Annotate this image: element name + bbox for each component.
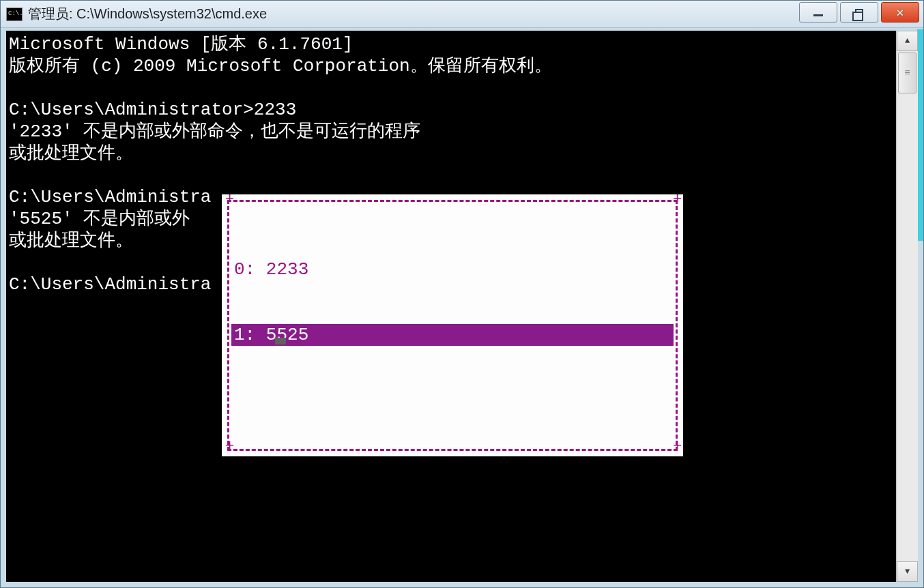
term-line: C:\Users\Administra	[9, 187, 211, 207]
right-edge-accent	[917, 29, 923, 241]
cmd-icon: C:\.	[6, 8, 23, 21]
term-line: 版权所有 (c) 2009 Microsoft Corporation。保留所有…	[9, 56, 552, 76]
scroll-up-button[interactable]: ▲	[897, 31, 918, 51]
corner-icon: +	[225, 196, 232, 203]
client-area: Microsoft Windows [版本 6.1.7601] 版权所有 (c)…	[6, 31, 918, 582]
maximize-icon	[855, 9, 863, 16]
cmd-window: C:\. 管理员: C:\Windows\system32\cmd.exe ✕ …	[0, 0, 924, 588]
terminal-output[interactable]: Microsoft Windows [版本 6.1.7601] 版权所有 (c)…	[6, 31, 896, 582]
minimize-icon	[813, 14, 823, 16]
history-item-1[interactable]: 1: 5525	[231, 324, 674, 346]
close-button[interactable]: ✕	[881, 2, 919, 23]
scroll-down-button[interactable]: ▼	[897, 561, 918, 582]
window-controls: ✕	[799, 2, 919, 23]
titlebar[interactable]: C:\. 管理员: C:\Windows\system32\cmd.exe ✕	[1, 1, 923, 28]
corner-icon: +	[673, 196, 680, 203]
term-line: C:\Users\Administrator>2233	[9, 100, 296, 120]
term-line: '5525' 不是内部或外	[9, 209, 190, 229]
command-history-popup: + + + + 0: 2233 1: 5525	[222, 194, 683, 456]
term-line: Microsoft Windows [版本 6.1.7601]	[9, 34, 353, 55]
vertical-scrollbar: ▲ ▼	[896, 31, 918, 582]
history-command: 5525	[266, 325, 308, 345]
term-line: 或批处理文件。	[9, 231, 133, 251]
minimize-button[interactable]	[799, 2, 837, 23]
close-icon: ✕	[897, 5, 904, 20]
history-index: 1:	[234, 325, 255, 345]
cmd-icon-text: C:\.	[8, 11, 23, 17]
term-line: '2233' 不是内部或外部命令，也不是可运行的程序	[9, 121, 420, 142]
scroll-thumb[interactable]	[898, 53, 916, 93]
window-title: 管理员: C:\Windows\system32\cmd.exe	[28, 5, 921, 23]
history-command: 2233	[266, 259, 308, 280]
term-line: 或批处理文件。	[9, 143, 133, 164]
history-list: 0: 2233 1: 5525	[231, 215, 674, 447]
scroll-track[interactable]	[897, 51, 918, 561]
maximize-button[interactable]	[840, 2, 878, 23]
cursor-icon	[275, 338, 286, 344]
term-line: C:\Users\Administra	[9, 274, 211, 295]
corner-icon: +	[673, 443, 680, 450]
history-index: 0:	[234, 259, 255, 280]
history-item-0[interactable]: 0: 2233	[231, 259, 674, 280]
